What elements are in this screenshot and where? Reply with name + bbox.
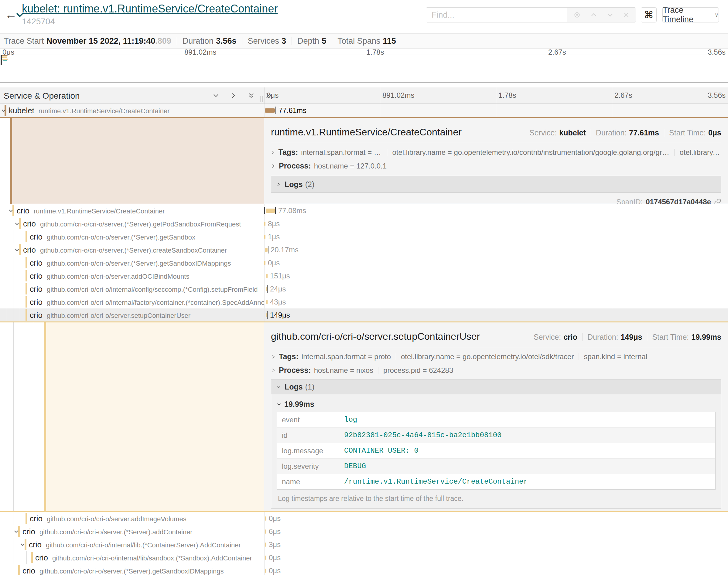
page-header: ← kubelet: runtime.v1.RuntimeService/Cre…: [0, 0, 728, 33]
command-icon: ⌘: [644, 9, 654, 21]
minimap-ticks: 0μs 891.02ms 1.78s 2.67s 3.56s: [0, 48, 728, 55]
span-bar-cell[interactable]: 77.61ms: [264, 104, 728, 117]
logs-accordion[interactable]: Logs (2): [271, 176, 721, 193]
span-bar-cell[interactable]: 77.08ms: [264, 204, 728, 217]
detail-start-time: 19.99ms: [691, 333, 721, 342]
jaeger-trace-page: ← kubelet: runtime.v1.RuntimeService/Cre…: [0, 0, 728, 575]
log-entry-accordion[interactable]: 19.99ms: [277, 398, 716, 410]
expand-one-icon[interactable]: [230, 92, 237, 99]
detail-duration: 77.61ms: [629, 128, 659, 137]
span-detail-kubelet: runtime.v1.RuntimeService/CreateContaine…: [0, 117, 728, 204]
logs-accordion[interactable]: Logs (1): [271, 380, 721, 394]
log-field-row: id92b82381-025c-4a64-815c-ba2e1bb08100: [277, 428, 715, 443]
tags-row[interactable]: Tags: internal.span.format = proto otel.…: [271, 148, 721, 157]
log-timestamps-note: Log timestamps are relative to the start…: [277, 490, 716, 508]
span-row-crio[interactable]: criogithub.com/cri-o/cri-o/server.addOCI…: [0, 269, 728, 282]
span-row-crio[interactable]: criogithub.com/cri-o/cri-o/server.(*Serv…: [0, 525, 728, 538]
find-input[interactable]: [426, 8, 567, 22]
detail-service: kubelet: [559, 128, 586, 137]
span-bar-cell[interactable]: 43μs: [264, 295, 728, 308]
collapse-one-icon[interactable]: [212, 92, 219, 99]
trace-summary-bar: Trace Start November 15 2022, 11:19:40.8…: [0, 33, 728, 48]
span-bar-cell[interactable]: 8μs: [264, 217, 728, 230]
span-row-crio[interactable]: criogithub.com/cri-o/cri-o/internal/fact…: [0, 295, 728, 308]
minimap-scrubber-handle[interactable]: [1, 55, 2, 65]
span-bar-cell[interactable]: 149μs: [264, 308, 728, 322]
minimap-span-crio: [1, 57, 7, 58]
trace-start-label: Trace Start: [4, 36, 44, 46]
total-spans-label: Total Spans: [337, 36, 380, 46]
view-selector-label: Trace Timeline: [663, 5, 711, 24]
back-arrow-icon[interactable]: ←: [5, 8, 17, 21]
span-row-crio[interactable]: criogithub.com/cri-o/cri-o/internal/conf…: [0, 282, 728, 295]
span-row-crio[interactable]: criogithub.com/cri-o/cri-o/server.addIma…: [0, 512, 728, 525]
trace-id: 1425704: [22, 17, 277, 26]
trace-title-block: kubelet: runtime.v1.RuntimeService/Creat…: [22, 2, 277, 26]
detail-start-time: 0μs: [708, 128, 721, 137]
timeline-column-header: Service & Operation 0μs 891.02ms 1.78s 2…: [0, 88, 728, 104]
find-bar: [426, 7, 636, 23]
services-label: Services: [248, 36, 279, 46]
view-selector-button[interactable]: Trace Timeline ∨: [662, 7, 719, 23]
prev-match-icon[interactable]: [590, 11, 597, 19]
span-bar-cell[interactable]: 0μs: [264, 564, 728, 575]
span-row-crio[interactable]: criogithub.com/cri-o/cri-o/server.(*Serv…: [0, 230, 728, 243]
log-field-row: log.messageCONTAINER USER: 0: [277, 443, 715, 459]
minimap-span-crio: [2, 59, 8, 60]
tags-row[interactable]: Tags: internal.span.format = proto otel.…: [271, 352, 721, 361]
span-bar-cell[interactable]: 0μs: [264, 512, 728, 525]
trace-minimap[interactable]: [0, 55, 728, 82]
process-row[interactable]: Process: host.name = 127.0.0.1: [271, 162, 721, 170]
find-controls: [567, 8, 636, 22]
span-row-kubelet[interactable]: kubeletruntime.v1.RuntimeService/CreateC…: [0, 104, 728, 117]
span-bar-cell[interactable]: 0μs: [264, 551, 728, 564]
log-field-row: eventlog: [277, 412, 715, 428]
clear-find-icon[interactable]: [623, 11, 630, 18]
column-resize-handle[interactable]: [260, 96, 263, 102]
span-row-crio[interactable]: crioruntime.v1.RuntimeService/CreateCont…: [0, 204, 728, 217]
span-row-crio[interactable]: criogithub.com/cri-o/cri-o/server.(*Serv…: [0, 564, 728, 575]
duration-value: 3.56s: [216, 36, 237, 46]
detail-title: github.com/cri-o/cri-o/server.setupConta…: [271, 331, 534, 342]
span-bar-cell[interactable]: 151μs: [264, 269, 728, 282]
detail-service: crio: [563, 333, 577, 342]
span-bar-cell[interactable]: 3μs: [264, 538, 728, 551]
total-spans-value: 115: [383, 36, 396, 46]
service-operation-header: Service & Operation: [4, 91, 80, 101]
detail-duration: 149μs: [621, 333, 642, 342]
logs-block: Logs (1) 19.99ms eventlog id92b82381-025…: [271, 379, 721, 509]
keyboard-shortcuts-button[interactable]: ⌘: [641, 7, 657, 23]
log-field-row: name/runtime.v1.RuntimeService/CreateCon…: [277, 474, 715, 489]
span-bar-cell[interactable]: 6μs: [264, 525, 728, 538]
trace-start-value: November 15 2022, 11:19:40.809: [46, 36, 171, 46]
minimap-span-kubelet: [1, 55, 8, 56]
duration-label: Duration: [183, 36, 213, 46]
services-value: 3: [282, 36, 286, 46]
span-row-setup-container-user[interactable]: criogithub.com/cri-o/cri-o/server.setupC…: [0, 308, 728, 322]
detail-title: runtime.v1.RuntimeService/CreateContaine…: [271, 127, 529, 138]
span-detail-setup-container-user: github.com/cri-o/cri-o/server.setupConta…: [0, 322, 728, 512]
span-bar-cell[interactable]: 20.17ms: [264, 243, 728, 256]
log-fields-table: eventlog id92b82381-025c-4a64-815c-ba2e1…: [277, 412, 716, 490]
locate-icon[interactable]: [573, 11, 581, 19]
process-row[interactable]: Process: host.name = nixos process.pid =…: [271, 366, 721, 375]
span-row-crio[interactable]: criogithub.com/cri-o/cri-o/server.(*Serv…: [0, 256, 728, 269]
span-row-crio[interactable]: criogithub.com/cri-o/cri-o/server.(*Serv…: [0, 243, 728, 256]
log-field-row: log.severityDEBUG: [277, 459, 715, 474]
collapse-all-icon[interactable]: [248, 92, 255, 99]
next-match-icon[interactable]: [606, 11, 614, 19]
span-bar-cell[interactable]: 1μs: [264, 230, 728, 243]
chevron-down-icon: ∨: [715, 11, 719, 18]
span-bar-cell[interactable]: 24μs: [264, 282, 728, 295]
span-row-crio[interactable]: criogithub.com/cri-o/cri-o/server.(*Serv…: [0, 217, 728, 230]
span-bar-cell[interactable]: 0μs: [264, 256, 728, 269]
minimap-span-teal: [3, 60, 7, 61]
span-row-crio[interactable]: criogithub.com/cri-o/cri-o/internal/lib/…: [0, 551, 728, 564]
depth-value: 5: [322, 36, 326, 46]
span-row-crio[interactable]: criogithub.com/cri-o/cri-o/internal/lib.…: [0, 538, 728, 551]
depth-label: Depth: [297, 36, 319, 46]
trace-title-link[interactable]: kubelet: runtime.v1.RuntimeService/Creat…: [22, 2, 277, 16]
